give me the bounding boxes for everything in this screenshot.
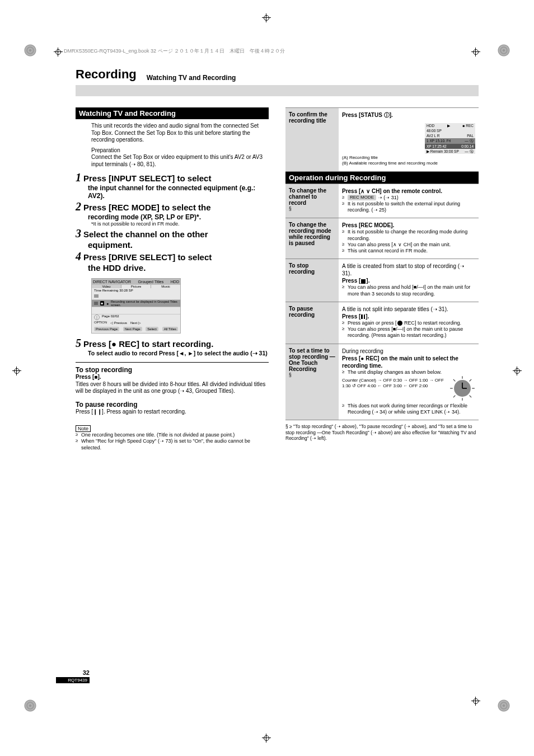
prep-heading: Preparation xyxy=(76,147,269,154)
step-2-note: *It is not possible to record in FR mode… xyxy=(91,221,269,227)
page-body: Recording Watching TV and Recording Watc… xyxy=(76,67,479,451)
step-1-label: Press [INPUT SELECT] to select xyxy=(83,173,211,183)
clock-icon xyxy=(449,375,475,401)
mini-osd-cell: PAL xyxy=(467,134,474,138)
prep-text: Connect the Set Top Box or video equipme… xyxy=(76,154,269,168)
osd-footer-btn: Next Page xyxy=(123,327,142,331)
list-item: The unit display changes as shown below. xyxy=(342,369,475,375)
svg-line-6 xyxy=(470,379,471,381)
crop-mark-icon xyxy=(54,48,63,57)
info-row-body: During recording Press [● REC] on the ma… xyxy=(339,344,479,420)
info-row: To change the channel to record§ Press [… xyxy=(285,184,479,218)
crop-mark-icon xyxy=(471,48,480,57)
stop-text2: Titles over 8 hours will be divided into… xyxy=(76,381,269,395)
info-row-text: During recording xyxy=(342,348,383,354)
crop-mark-icon xyxy=(262,13,271,22)
step-4-line1: 4Press [DRIVE SELECT] to select xyxy=(76,250,269,263)
step-3-line1: 3Select the channel on the other xyxy=(76,227,269,240)
svg-line-5 xyxy=(453,379,455,381)
info-row-label: To stop recording xyxy=(285,259,339,302)
register-mark-icon xyxy=(24,44,37,57)
left-column: Watching TV and Recording This unit reco… xyxy=(76,107,269,451)
list-item: This does not work during timer recordin… xyxy=(342,403,475,416)
mini-osd-cell: ▶ Remain 30:00 SP xyxy=(427,149,459,153)
osd-option: OPTION xyxy=(94,321,107,325)
step-4-label: Press [DRIVE SELECT] to select xyxy=(83,252,212,262)
mini-osd-cell: 1 XP 15.10. Fri xyxy=(427,139,451,143)
pause-text: Press [❙❙]. Press again to restart recor… xyxy=(76,408,269,416)
note-item: One recording becomes one title. (Title … xyxy=(76,432,269,438)
osd-pages: Page 02/02 xyxy=(102,314,119,320)
page-footer: 32 RQT9439 xyxy=(56,669,90,683)
osd-tab: Picture xyxy=(121,285,151,288)
osd-row-note: Recording cannot be displayed in Grouped… xyxy=(111,300,178,307)
info-row: To pause recording A title is not split … xyxy=(285,302,479,344)
list-item: This unit cannot record in FR mode. xyxy=(342,248,475,254)
pause-heading: To pause recording xyxy=(76,401,269,408)
osd-tab: Video xyxy=(92,285,121,288)
book-header-strip: DMRXS350EG-RQT9439-L_eng.book 32 ページ ２０１… xyxy=(64,48,285,55)
note-list: One recording becomes one title. (Title … xyxy=(76,432,269,451)
info-row-text: Press [REC MODE]. xyxy=(342,222,394,228)
osd-tab: Music xyxy=(151,285,180,288)
crop-mark-icon xyxy=(513,367,522,375)
info-row-label: To pause recording xyxy=(285,302,339,344)
note-item: When "Rec for High Speed Copy" (➝ 73) is… xyxy=(76,438,269,451)
osd-title: DIRECT NAVIGATOR xyxy=(93,280,131,284)
info-row-text: Press [∧ ∨ CH] on the remote control. xyxy=(342,188,442,194)
page-subtitle: Watching TV and Recording xyxy=(147,74,236,82)
osd-mode: Grouped Titles xyxy=(138,280,164,284)
step-5-sub: To select audio to record Press [◄, ►] t… xyxy=(88,350,269,356)
osd-screenshot: DIRECT NAVIGATOR Grouped Titles HDD Vide… xyxy=(91,278,181,334)
section-heading: Operation during Recording xyxy=(285,172,479,184)
osd-footer-btn: All Titles xyxy=(162,327,178,331)
mini-osd-cell: 0:00.14 xyxy=(461,144,474,148)
step-3-label: Select the channel on the other xyxy=(83,229,208,239)
stop-text: Press [■]. xyxy=(76,374,269,381)
list-item: Press again or press [ REC] to restart r… xyxy=(342,320,475,326)
info-row-body-text: Press [STATUS ⓘ]. xyxy=(342,112,393,118)
info-row-label: To change the channel to record§ xyxy=(285,184,339,218)
info-row-body: A title is created from start to stop of… xyxy=(339,259,479,302)
crop-mark-icon xyxy=(262,734,271,743)
osd-prev: Previous xyxy=(114,321,127,325)
list-item: You can also press [∧ ∨ CH] on the main … xyxy=(342,242,475,248)
crop-mark-icon xyxy=(12,367,21,375)
info-row: To set a time to stop recording —One Tou… xyxy=(285,344,479,421)
info-row-body: Press [REC MODE]. It is not possible to … xyxy=(339,218,479,259)
info-row: To stop recording A title is created fro… xyxy=(285,259,479,302)
mini-osd: HDD▶■ REC 48:00 SP AV2 L RPAL 1 XP 15.10… xyxy=(425,123,475,154)
info-row-label: To confirm the recording title xyxy=(285,108,339,171)
step-2-line1: 2Press [REC MODE] to select the xyxy=(76,200,269,213)
stop-icon xyxy=(361,279,366,284)
stop-heading: To stop recording xyxy=(76,366,269,374)
osd-time-remaining: Time Remaining 30:28 SP xyxy=(92,288,180,293)
rec-icon xyxy=(397,321,402,326)
list-item: It is not possible to change the recordi… xyxy=(342,229,475,242)
info-row-label: To set a time to stop recording —One Tou… xyxy=(285,344,339,420)
mini-osd-label: (A) Recording title xyxy=(342,155,475,161)
step-4-sub: the HDD drive. xyxy=(88,263,269,273)
step-1-sub: the input channel for the connected equi… xyxy=(88,184,269,200)
osd-footer-btn: Select xyxy=(146,327,158,331)
info-row-bold: Press [● REC] on the main unit to select… xyxy=(342,355,458,369)
register-mark-icon xyxy=(497,44,510,57)
step-2-sub: recording mode (XP, SP, LP or EP)*. xyxy=(88,213,269,221)
otr-label: To set a time to stop recording —One Tou… xyxy=(289,348,335,372)
step-5-line1: 5Press [● REC] to start recording. xyxy=(76,337,269,350)
crop-mark-icon xyxy=(471,697,480,706)
list-item: You can also press [■/—I] on the main un… xyxy=(342,326,475,339)
title-band xyxy=(76,85,479,96)
pause-icon xyxy=(361,314,365,319)
list-item: It is not possible to switch the externa… xyxy=(342,201,475,214)
mini-osd-cell: ■ REC xyxy=(463,124,474,128)
mini-osd-cell: 48:00 SP xyxy=(427,129,442,133)
stop-line1: Press [■]. xyxy=(76,374,101,380)
mini-osd-cell: AV2 L R xyxy=(427,134,439,138)
mini-osd-cell: ▶ xyxy=(447,124,450,128)
mini-osd-label: (B) Available recording time and recordi… xyxy=(342,161,475,166)
list-item: You can also press and hold [■/—I] on th… xyxy=(342,284,475,297)
section-heading: Watching TV and Recording xyxy=(76,107,269,119)
register-mark-icon xyxy=(497,699,510,712)
osd-drive: HDD xyxy=(171,280,179,284)
